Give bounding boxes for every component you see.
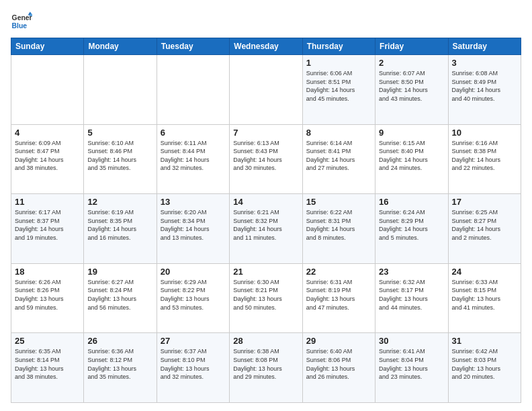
day-detail: Sunrise: 6:25 AM Sunset: 8:27 PM Dayligh… <box>452 208 517 242</box>
day-detail: Sunrise: 6:13 AM Sunset: 8:43 PM Dayligh… <box>233 139 298 173</box>
calendar-cell: 3Sunrise: 6:08 AM Sunset: 8:49 PM Daylig… <box>448 55 521 125</box>
logo: General Blue <box>11 11 35 32</box>
calendar-cell: 17Sunrise: 6:25 AM Sunset: 8:27 PM Dayli… <box>448 194 521 264</box>
day-number: 23 <box>379 267 444 277</box>
calendar-cell: 9Sunrise: 6:15 AM Sunset: 8:40 PM Daylig… <box>375 124 448 194</box>
day-number: 29 <box>306 336 371 346</box>
day-number: 6 <box>161 128 226 138</box>
day-detail: Sunrise: 6:22 AM Sunset: 8:31 PM Dayligh… <box>306 208 371 242</box>
day-detail: Sunrise: 6:36 AM Sunset: 8:12 PM Dayligh… <box>87 347 152 381</box>
day-number: 12 <box>87 197 152 207</box>
calendar-cell: 19Sunrise: 6:27 AM Sunset: 8:24 PM Dayli… <box>84 263 157 333</box>
day-detail: Sunrise: 6:08 AM Sunset: 8:49 PM Dayligh… <box>452 69 517 103</box>
calendar-week-1: 1Sunrise: 6:06 AM Sunset: 8:51 PM Daylig… <box>11 55 521 125</box>
day-detail: Sunrise: 6:41 AM Sunset: 8:04 PM Dayligh… <box>379 347 444 381</box>
day-detail: Sunrise: 6:31 AM Sunset: 8:19 PM Dayligh… <box>306 278 371 312</box>
calendar-cell: 4Sunrise: 6:09 AM Sunset: 8:47 PM Daylig… <box>11 124 84 194</box>
day-detail: Sunrise: 6:27 AM Sunset: 8:24 PM Dayligh… <box>87 278 152 312</box>
day-number: 25 <box>15 336 80 346</box>
calendar-cell: 30Sunrise: 6:41 AM Sunset: 8:04 PM Dayli… <box>375 333 448 403</box>
day-number: 27 <box>161 336 226 346</box>
col-header-sunday: Sunday <box>11 38 84 55</box>
day-number: 17 <box>452 197 517 207</box>
calendar-table: SundayMondayTuesdayWednesdayThursdayFrid… <box>11 38 521 403</box>
calendar-week-3: 11Sunrise: 6:17 AM Sunset: 8:37 PM Dayli… <box>11 194 521 264</box>
day-detail: Sunrise: 6:33 AM Sunset: 8:15 PM Dayligh… <box>452 278 517 312</box>
day-number: 11 <box>15 197 80 207</box>
svg-text:General: General <box>12 14 32 21</box>
calendar-header-row: SundayMondayTuesdayWednesdayThursdayFrid… <box>11 38 521 55</box>
day-number: 2 <box>379 58 444 68</box>
day-detail: Sunrise: 6:40 AM Sunset: 8:06 PM Dayligh… <box>306 347 371 381</box>
logo-icon: General Blue <box>11 11 32 32</box>
calendar-cell: 18Sunrise: 6:26 AM Sunset: 8:26 PM Dayli… <box>11 263 84 333</box>
day-detail: Sunrise: 6:26 AM Sunset: 8:26 PM Dayligh… <box>15 278 80 312</box>
day-number: 8 <box>306 128 371 138</box>
calendar-cell: 15Sunrise: 6:22 AM Sunset: 8:31 PM Dayli… <box>302 194 375 264</box>
calendar-cell: 2Sunrise: 6:07 AM Sunset: 8:50 PM Daylig… <box>375 55 448 125</box>
day-detail: Sunrise: 6:19 AM Sunset: 8:35 PM Dayligh… <box>87 208 152 242</box>
day-number: 4 <box>15 128 80 138</box>
day-number: 28 <box>233 336 298 346</box>
calendar-cell: 5Sunrise: 6:10 AM Sunset: 8:46 PM Daylig… <box>84 124 157 194</box>
day-detail: Sunrise: 6:30 AM Sunset: 8:21 PM Dayligh… <box>233 278 298 312</box>
day-detail: Sunrise: 6:37 AM Sunset: 8:10 PM Dayligh… <box>161 347 226 381</box>
col-header-thursday: Thursday <box>302 38 375 55</box>
calendar-cell: 20Sunrise: 6:29 AM Sunset: 8:22 PM Dayli… <box>157 263 229 333</box>
day-detail: Sunrise: 6:16 AM Sunset: 8:38 PM Dayligh… <box>452 139 517 173</box>
calendar-cell: 16Sunrise: 6:24 AM Sunset: 8:29 PM Dayli… <box>375 194 448 264</box>
day-number: 15 <box>306 197 371 207</box>
calendar-cell: 31Sunrise: 6:42 AM Sunset: 8:03 PM Dayli… <box>448 333 521 403</box>
calendar-cell: 25Sunrise: 6:35 AM Sunset: 8:14 PM Dayli… <box>11 333 84 403</box>
calendar-cell: 14Sunrise: 6:21 AM Sunset: 8:32 PM Dayli… <box>230 194 302 264</box>
day-number: 16 <box>379 197 444 207</box>
calendar-cell: 1Sunrise: 6:06 AM Sunset: 8:51 PM Daylig… <box>302 55 375 125</box>
day-number: 14 <box>233 197 298 207</box>
day-number: 21 <box>233 267 298 277</box>
calendar-cell: 22Sunrise: 6:31 AM Sunset: 8:19 PM Dayli… <box>302 263 375 333</box>
day-detail: Sunrise: 6:14 AM Sunset: 8:41 PM Dayligh… <box>306 139 371 173</box>
day-detail: Sunrise: 6:38 AM Sunset: 8:08 PM Dayligh… <box>233 347 298 381</box>
calendar-cell: 7Sunrise: 6:13 AM Sunset: 8:43 PM Daylig… <box>230 124 302 194</box>
col-header-monday: Monday <box>84 38 157 55</box>
day-number: 31 <box>452 336 517 346</box>
calendar-cell <box>230 55 302 125</box>
day-detail: Sunrise: 6:32 AM Sunset: 8:17 PM Dayligh… <box>379 278 444 312</box>
calendar-cell: 23Sunrise: 6:32 AM Sunset: 8:17 PM Dayli… <box>375 263 448 333</box>
day-number: 10 <box>452 128 517 138</box>
calendar-week-4: 18Sunrise: 6:26 AM Sunset: 8:26 PM Dayli… <box>11 263 521 333</box>
day-number: 30 <box>379 336 444 346</box>
calendar-cell: 21Sunrise: 6:30 AM Sunset: 8:21 PM Dayli… <box>230 263 302 333</box>
day-detail: Sunrise: 6:42 AM Sunset: 8:03 PM Dayligh… <box>452 347 517 381</box>
day-number: 18 <box>15 267 80 277</box>
calendar-cell: 13Sunrise: 6:20 AM Sunset: 8:34 PM Dayli… <box>157 194 229 264</box>
calendar-cell: 27Sunrise: 6:37 AM Sunset: 8:10 PM Dayli… <box>157 333 229 403</box>
day-detail: Sunrise: 6:24 AM Sunset: 8:29 PM Dayligh… <box>379 208 444 242</box>
calendar-cell: 11Sunrise: 6:17 AM Sunset: 8:37 PM Dayli… <box>11 194 84 264</box>
calendar-cell: 28Sunrise: 6:38 AM Sunset: 8:08 PM Dayli… <box>230 333 302 403</box>
col-header-wednesday: Wednesday <box>230 38 302 55</box>
calendar-cell <box>11 55 84 125</box>
day-detail: Sunrise: 6:10 AM Sunset: 8:46 PM Dayligh… <box>87 139 152 173</box>
col-header-friday: Friday <box>375 38 448 55</box>
day-number: 26 <box>87 336 152 346</box>
col-header-saturday: Saturday <box>448 38 521 55</box>
day-number: 7 <box>233 128 298 138</box>
day-number: 13 <box>161 197 226 207</box>
calendar-cell <box>157 55 229 125</box>
day-number: 3 <box>452 58 517 68</box>
day-detail: Sunrise: 6:21 AM Sunset: 8:32 PM Dayligh… <box>233 208 298 242</box>
calendar-cell: 24Sunrise: 6:33 AM Sunset: 8:15 PM Dayli… <box>448 263 521 333</box>
day-number: 1 <box>306 58 371 68</box>
day-detail: Sunrise: 6:06 AM Sunset: 8:51 PM Dayligh… <box>306 69 371 103</box>
svg-text:Blue: Blue <box>12 22 28 30</box>
calendar-cell: 26Sunrise: 6:36 AM Sunset: 8:12 PM Dayli… <box>84 333 157 403</box>
calendar-cell: 29Sunrise: 6:40 AM Sunset: 8:06 PM Dayli… <box>302 333 375 403</box>
day-detail: Sunrise: 6:11 AM Sunset: 8:44 PM Dayligh… <box>161 139 226 173</box>
day-detail: Sunrise: 6:20 AM Sunset: 8:34 PM Dayligh… <box>161 208 226 242</box>
col-header-tuesday: Tuesday <box>157 38 229 55</box>
day-number: 19 <box>87 267 152 277</box>
header: General Blue <box>11 11 521 32</box>
day-number: 24 <box>452 267 517 277</box>
day-detail: Sunrise: 6:35 AM Sunset: 8:14 PM Dayligh… <box>15 347 80 381</box>
